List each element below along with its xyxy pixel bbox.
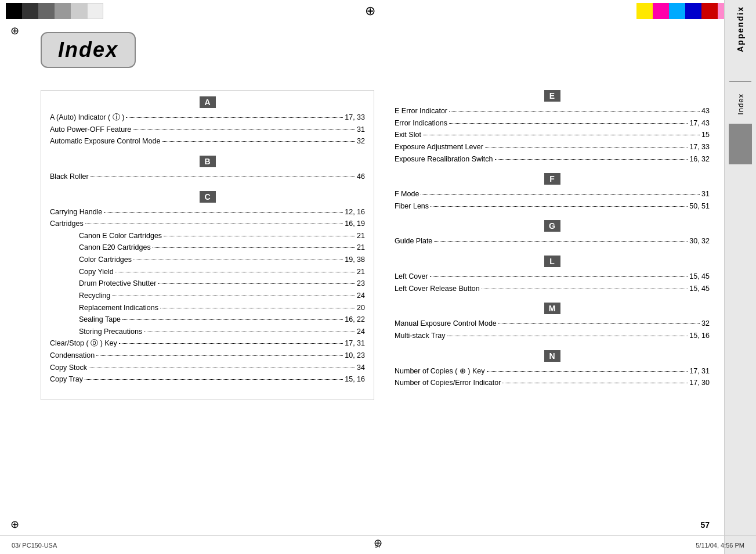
section-n: N Number of Copies ( ⊕ ) Key 17, 31 Numb… <box>395 350 710 389</box>
entry-clear-stop: Clear/Stop ( ⓪ ) Key 17, 31 <box>50 337 365 350</box>
entry-a-indicator: A (Auto) Indicator ( ⓘ ) 17, 33 <box>50 111 365 124</box>
index-title-box: Index <box>41 32 136 68</box>
entry-condensation: Condensation 10, 23 <box>50 350 365 362</box>
entry-auto-power: Auto Power-OFF Feature 31 <box>50 124 365 136</box>
swatch-medgray <box>38 3 55 19</box>
swatch-yellow <box>636 3 653 19</box>
entry-cartridges: Cartridges 16, 19 <box>50 218 365 230</box>
swatch-white <box>87 3 103 19</box>
sidebar-gray-block <box>729 124 752 164</box>
swatch-darkgray <box>22 3 38 19</box>
sidebar-appendix-label: Appendix <box>736 6 745 70</box>
entry-number-copies-error: Number of Copies/Error Indicator 17, 30 <box>395 377 710 389</box>
entry-fiber-lens: Fiber Lens 50, 51 <box>395 200 710 213</box>
section-header-a: A <box>200 96 216 108</box>
entry-color-cartridges: Color Cartridges 19, 38 <box>50 254 365 266</box>
entry-manual-exposure: Manual Exposure Control Mode 32 <box>395 318 710 330</box>
swatch-blue <box>685 3 701 19</box>
section-g: G Guide Plate 30, 32 <box>395 220 710 247</box>
swatch-black <box>6 3 22 19</box>
entry-copy-yield: Copy Yield 21 <box>50 266 365 278</box>
section-header-b: B <box>200 156 216 167</box>
left-swatches <box>0 0 109 22</box>
sidebar-index-label: Index <box>736 93 745 115</box>
section-header-f: F <box>544 173 560 185</box>
page-number: 57 <box>700 520 710 530</box>
entry-left-cover: Left Cover 15, 45 <box>395 271 710 283</box>
section-b: B Black Roller 46 <box>50 156 365 183</box>
section-header-g: G <box>544 220 560 232</box>
entry-f-mode: F Mode 31 <box>395 188 710 200</box>
entry-black-roller: Black Roller 46 <box>50 171 365 183</box>
swatch-magenta <box>653 3 669 19</box>
entry-recycling: Recycling 24 <box>50 290 365 302</box>
entry-number-of-copies-key: Number of Copies ( ⊕ ) Key 17, 31 <box>395 365 710 377</box>
swatch-lightgray <box>55 3 71 19</box>
swatch-red <box>701 3 718 19</box>
top-color-bar: ⊕ <box>0 0 756 22</box>
swatch-cyan <box>669 3 685 19</box>
section-a: A A (Auto) Indicator ( ⓘ ) 17, 33 Auto P… <box>50 96 365 148</box>
left-reg-mark: ⊕ <box>10 24 19 37</box>
bottom-bar: 03/ PC150-USA 57 5/11/04, 4:56 PM <box>0 535 756 554</box>
entry-carrying-handle: Carrying Handle 12, 16 <box>50 206 365 218</box>
bottom-left-text: 03/ PC150-USA <box>12 542 256 549</box>
right-sidebar: Appendix Index <box>724 0 756 554</box>
page-title: Index <box>58 38 118 62</box>
entry-exit-slot: Exit Slot 15 <box>395 129 710 141</box>
entry-guide-plate: Guide Plate 30, 32 <box>395 235 710 247</box>
entry-exposure-adjustment: Exposure Adjustment Lever 17, 33 <box>395 141 710 153</box>
section-f: F F Mode 31 Fiber Lens 50, 51 <box>395 173 710 212</box>
entry-error-indications: Error Indications 17, 43 <box>395 117 710 129</box>
bottom-left-reg-mark: ⊕ <box>10 518 19 531</box>
entry-copy-tray: Copy Tray 15, 16 <box>50 373 365 386</box>
entry-auto-exposure: Automatic Exposure Control Mode 32 <box>50 135 365 148</box>
right-column: E E Error Indicator 43 Error Indications… <box>392 90 712 400</box>
section-header-l: L <box>544 256 560 267</box>
section-e: E E Error Indicator 43 Error Indications… <box>395 90 710 165</box>
section-header-n: N <box>544 350 560 362</box>
section-m: M Manual Exposure Control Mode 32 Multi-… <box>395 303 710 341</box>
entry-canon-e-color: Canon E Color Cartridges 21 <box>50 230 365 242</box>
entry-drum-protective: Drum Protective Shutter 23 <box>50 278 365 290</box>
entry-multi-stack-tray: Multi-stack Tray 15, 16 <box>395 330 710 342</box>
entry-sealing-tape: Sealing Tape 16, 22 <box>50 314 365 326</box>
entry-canon-e20: Canon E20 Cartridges 21 <box>50 242 365 254</box>
entry-exposure-recalibration: Exposure Recalibration Switch 16, 32 <box>395 153 710 166</box>
section-header-c: C <box>200 191 216 203</box>
index-columns: A A (Auto) Indicator ( ⓘ ) 17, 33 Auto P… <box>41 90 712 400</box>
swatch-verylightgray <box>71 3 87 19</box>
entry-e-error-indicator: E Error Indicator 43 <box>395 105 710 117</box>
entry-copy-stock: Copy Stock 34 <box>50 362 365 374</box>
index-title-container: Index <box>41 32 712 80</box>
section-header-e: E <box>544 90 560 102</box>
top-reg-mark: ⊕ <box>365 3 375 19</box>
left-column: A A (Auto) Indicator ( ⓘ ) 17, 33 Auto P… <box>41 90 374 400</box>
bottom-center-text: 57 <box>256 542 500 549</box>
section-header-m: M <box>544 303 560 314</box>
entry-replacement-indications: Replacement Indications 20 <box>50 302 365 314</box>
section-c: C Carrying Handle 12, 16 Cartridges 16, … <box>50 191 365 386</box>
entry-left-cover-release: Left Cover Release Button 15, 45 <box>395 283 710 295</box>
bottom-right-text: 5/11/04, 4:56 PM <box>500 542 744 549</box>
sidebar-divider <box>729 81 751 82</box>
entry-storing-precautions: Storing Precautions 24 <box>50 326 365 338</box>
section-l: L Left Cover 15, 45 Left Cover Release B… <box>395 256 710 294</box>
